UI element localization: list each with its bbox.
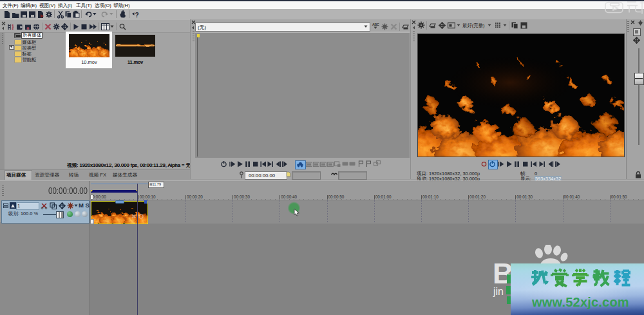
svg-text:?: ? bbox=[135, 12, 139, 19]
